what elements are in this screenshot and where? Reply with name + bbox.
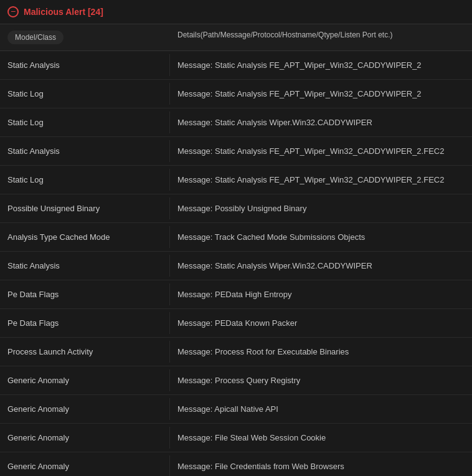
table-row[interactable]: Static LogMessage: Static Analysis Wiper… [0, 108, 472, 137]
cell-model-class: Static Analysis [0, 54, 170, 76]
details-column-header: Details(Path/Message/Protocol/Hostname/Q… [170, 28, 472, 47]
cell-model-class: Pe Data Flags [0, 312, 170, 334]
panel-header: Malicious Alert [24] [0, 0, 472, 24]
malicious-alert-panel: Malicious Alert [24] Model/Class Details… [0, 0, 472, 476]
table-row[interactable]: Static AnalysisMessage: Static Analysis … [0, 252, 472, 280]
cell-model-class: Static Log [0, 112, 170, 133]
table-row[interactable]: Process Launch ActivityMessage: Process … [0, 338, 472, 366]
model-class-column-header: Model/Class [0, 28, 170, 47]
table-row[interactable]: Static AnalysisMessage: Static Analysis … [0, 51, 472, 80]
cell-details: Message: Process Query Registry [170, 369, 472, 391]
table-body: Static AnalysisMessage: Static Analysis … [0, 51, 472, 476]
cell-model-class: Static Analysis [0, 140, 170, 162]
model-class-label: Model/Class [7, 31, 64, 44]
cell-model-class: Possible Unsigned Binary [0, 198, 170, 219]
cell-model-class: Static Log [0, 83, 170, 105]
cell-details: Message: Apicall Native API [170, 398, 472, 420]
cell-details: Message: File Steal Web Session Cookie [170, 427, 472, 449]
table-row[interactable]: Pe Data FlagsMessage: PEData Known Packe… [0, 309, 472, 338]
cell-details: Message: Static Analysis FE_APT_Wiper_Wi… [170, 83, 472, 105]
cell-model-class: Analysis Type Cached Mode [0, 226, 170, 248]
cell-model-class: Static Log [0, 169, 170, 191]
cell-model-class: Static Analysis [0, 255, 170, 277]
cell-details: Message: PEData Known Packer [170, 312, 472, 334]
cell-details: Message: File Credentials from Web Brows… [170, 455, 472, 476]
data-table: Model/Class Details(Path/Message/Protoco… [0, 24, 472, 476]
table-row[interactable]: Possible Unsigned BinaryMessage: Possibl… [0, 194, 472, 223]
cell-model-class: Generic Anomaly [0, 455, 170, 476]
cell-details: Message: Static Analysis FE_APT_Wiper_Wi… [170, 54, 472, 76]
panel-title: Malicious Alert [24] [24, 7, 103, 17]
cell-model-class: Generic Anomaly [0, 398, 170, 420]
cell-details: Message: Possibly Unsigned Binary [170, 198, 472, 219]
cell-details: Message: Process Root for Executable Bin… [170, 341, 472, 363]
table-row[interactable]: Generic AnomalyMessage: Apicall Native A… [0, 395, 472, 424]
cell-model-class: Generic Anomaly [0, 427, 170, 449]
collapse-icon[interactable] [7, 6, 19, 17]
cell-model-class: Process Launch Activity [0, 341, 170, 363]
table-row[interactable]: Generic AnomalyMessage: File Credentials… [0, 452, 472, 476]
cell-details: Message: Static Analysis Wiper.Win32.CAD… [170, 112, 472, 133]
table-header-row: Model/Class Details(Path/Message/Protoco… [0, 24, 472, 51]
table-row[interactable]: Generic AnomalyMessage: Process Query Re… [0, 366, 472, 395]
table-row[interactable]: Analysis Type Cached ModeMessage: Track … [0, 223, 472, 252]
table-row[interactable]: Static AnalysisMessage: Static Analysis … [0, 137, 472, 166]
cell-details: Message: Static Analysis FE_APT_Wiper_Wi… [170, 169, 472, 191]
cell-model-class: Generic Anomaly [0, 369, 170, 391]
cell-details: Message: Static Analysis Wiper.Win32.CAD… [170, 255, 472, 277]
cell-details: Message: Static Analysis FE_APT_Wiper_Wi… [170, 140, 472, 162]
table-row[interactable]: Static LogMessage: Static Analysis FE_AP… [0, 166, 472, 194]
table-row[interactable]: Pe Data FlagsMessage: PEData High Entrop… [0, 280, 472, 309]
cell-details: Message: Track Cached Mode Submissions O… [170, 226, 472, 248]
cell-details: Message: PEData High Entropy [170, 283, 472, 305]
table-row[interactable]: Generic AnomalyMessage: File Steal Web S… [0, 424, 472, 452]
cell-model-class: Pe Data Flags [0, 283, 170, 305]
table-row[interactable]: Static LogMessage: Static Analysis FE_AP… [0, 80, 472, 108]
